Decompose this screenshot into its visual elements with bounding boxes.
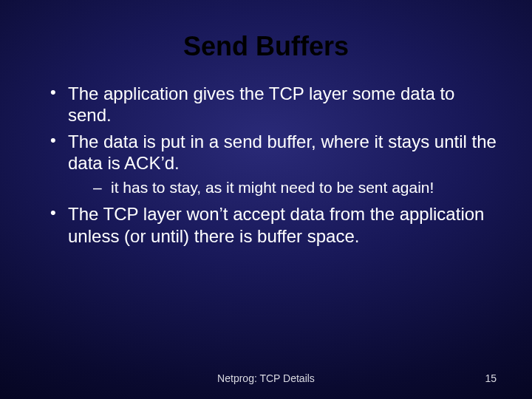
- bullet-list: The application gives the TCP layer some…: [46, 83, 502, 247]
- sub-bullet-list: it has to stay, as it might need to be s…: [68, 178, 502, 197]
- bullet-text: The data is put in a send buffer, where …: [68, 132, 497, 173]
- bullet-item: The TCP layer won’t accept data from the…: [46, 203, 502, 247]
- bullet-item: The data is put in a send buffer, where …: [46, 131, 502, 198]
- slide-title: Send Buffers: [0, 0, 532, 83]
- bullet-item: The application gives the TCP layer some…: [46, 83, 502, 126]
- sub-bullet-item: it has to stay, as it might need to be s…: [68, 178, 502, 197]
- slide-content: The application gives the TCP layer some…: [0, 83, 532, 247]
- page-number: 15: [485, 372, 497, 384]
- footer-text: Netprog: TCP Details: [0, 372, 532, 384]
- slide: Send Buffers The application gives the T…: [0, 0, 532, 399]
